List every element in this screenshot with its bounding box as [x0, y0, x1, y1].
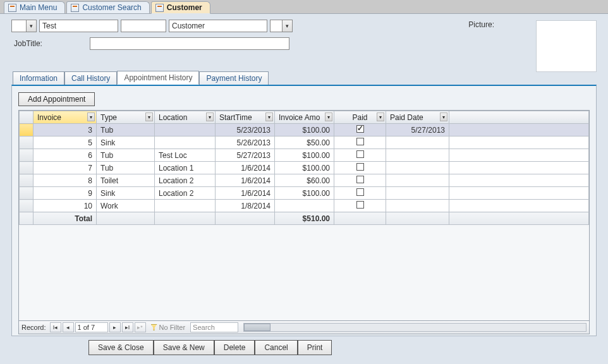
cell-location[interactable]: Location 2 — [155, 187, 216, 200]
col-type[interactable]: Type▾ — [97, 111, 155, 124]
nav-first-button[interactable]: I◂ — [50, 322, 61, 332]
scrollbar-thumb[interactable] — [244, 324, 271, 331]
checkbox-icon[interactable] — [356, 150, 364, 158]
cell-location[interactable]: Location 2 — [155, 174, 216, 187]
cell-paid-date[interactable] — [386, 136, 449, 149]
doc-tab-customer[interactable]: Customer — [151, 1, 210, 14]
suffix-dropdown[interactable]: ▾ — [270, 20, 293, 32]
row-selector[interactable] — [20, 136, 33, 149]
tab-payment-history[interactable]: Payment History — [199, 71, 269, 85]
cell-start-time[interactable]: 1/8/2014 — [216, 200, 275, 212]
row-selector[interactable] — [20, 149, 33, 162]
cell-invoice[interactable]: 3 — [33, 124, 97, 136]
col-invoice-amount[interactable]: Invoice Amo▾ — [275, 111, 334, 124]
add-appointment-button[interactable]: Add Appointment — [18, 92, 95, 106]
col-start-time[interactable]: StartTime▾ — [216, 111, 275, 124]
cell-location[interactable]: Test Loc — [155, 149, 216, 162]
save-new-button[interactable]: Save & New — [154, 340, 214, 355]
horizontal-scrollbar[interactable] — [243, 323, 587, 332]
cell-paid[interactable] — [334, 174, 386, 187]
chevron-down-icon[interactable]: ▾ — [377, 112, 384, 121]
print-button[interactable]: Print — [298, 340, 332, 355]
cell-invoice-amount[interactable]: $100.00 — [275, 124, 334, 136]
chevron-down-icon[interactable]: ▾ — [265, 112, 273, 121]
nav-prev-button[interactable]: ◂ — [63, 322, 74, 332]
row-selector[interactable] — [20, 162, 33, 174]
cell-paid[interactable] — [334, 200, 386, 212]
chevron-down-icon[interactable]: ▾ — [87, 112, 95, 121]
cell-invoice-amount[interactable]: $100.00 — [275, 187, 334, 200]
doc-tab-main-menu[interactable]: Main Menu — [4, 1, 65, 13]
cell-invoice[interactable]: 8 — [33, 174, 97, 187]
cell-start-time[interactable]: 1/6/2014 — [216, 162, 275, 174]
cell-type[interactable]: Sink — [97, 187, 155, 200]
chevron-down-icon[interactable]: ▾ — [145, 112, 153, 121]
table-row[interactable]: 7TubLocation 11/6/2014$100.00 — [20, 162, 589, 174]
doc-tab-customer-search[interactable]: Customer Search — [66, 1, 149, 13]
chevron-down-icon[interactable]: ▾ — [440, 112, 447, 121]
title-dropdown[interactable]: ▾ — [11, 20, 37, 32]
filter-indicator[interactable]: No Filter — [151, 324, 186, 331]
table-row[interactable]: 9SinkLocation 21/6/2014$100.00 — [20, 187, 589, 200]
cell-type[interactable]: Work — [97, 200, 155, 212]
table-row[interactable]: 3Tub5/23/2013$100.005/27/2013 — [20, 124, 589, 136]
cell-paid[interactable] — [334, 162, 386, 174]
nav-last-button[interactable]: ▸I — [122, 322, 133, 332]
table-row[interactable]: 10Work1/8/2014 — [20, 200, 589, 212]
cell-start-time[interactable]: 1/6/2014 — [216, 187, 275, 200]
record-search-input[interactable]: Search — [190, 322, 238, 332]
cell-paid[interactable] — [334, 187, 386, 200]
cell-invoice-amount[interactable]: $50.00 — [275, 136, 334, 149]
cell-type[interactable]: Sink — [97, 136, 155, 149]
cancel-button[interactable]: Cancel — [255, 340, 297, 355]
last-name-input[interactable]: Customer — [169, 20, 267, 32]
row-selector[interactable] — [20, 187, 33, 200]
cell-paid-date[interactable] — [386, 174, 449, 187]
cell-type[interactable]: Tub — [97, 124, 155, 136]
cell-location[interactable] — [155, 124, 216, 136]
cell-start-time[interactable]: 1/6/2014 — [216, 174, 275, 187]
cell-location[interactable]: Location 1 — [155, 162, 216, 174]
cell-location[interactable] — [155, 136, 216, 149]
cell-type[interactable]: Tub — [97, 162, 155, 174]
cell-invoice[interactable]: 5 — [33, 136, 97, 149]
cell-invoice[interactable]: 10 — [33, 200, 97, 212]
chevron-down-icon[interactable]: ▾ — [206, 112, 214, 121]
cell-invoice[interactable]: 7 — [33, 162, 97, 174]
job-title-input[interactable] — [90, 37, 289, 50]
nav-new-button[interactable]: ▸* — [135, 322, 146, 332]
cell-type[interactable]: Toilet — [97, 174, 155, 187]
cell-invoice-amount[interactable]: $100.00 — [275, 149, 334, 162]
cell-location[interactable] — [155, 200, 216, 212]
checkbox-icon[interactable] — [356, 125, 364, 133]
cell-start-time[interactable]: 5/27/2013 — [216, 149, 275, 162]
nav-next-button[interactable]: ▸ — [109, 322, 121, 332]
cell-paid-date[interactable] — [386, 149, 449, 162]
cell-paid-date[interactable] — [386, 187, 449, 200]
cell-type[interactable]: Tub — [97, 149, 155, 162]
record-position-input[interactable]: 1 of 7 — [75, 322, 108, 332]
col-invoice[interactable]: Invoice▾ — [33, 111, 97, 124]
row-selector[interactable] — [20, 174, 33, 187]
picture-box[interactable] — [536, 20, 597, 72]
checkbox-icon[interactable] — [356, 201, 364, 209]
table-row[interactable]: 5Sink5/26/2013$50.00 — [20, 136, 589, 149]
cell-invoice-amount[interactable]: $100.00 — [275, 162, 334, 174]
tab-information[interactable]: Information — [13, 71, 64, 85]
cell-invoice-amount[interactable] — [275, 200, 334, 212]
tab-appointment-history[interactable]: Appointment History — [117, 71, 199, 85]
row-selector[interactable] — [20, 200, 33, 212]
row-selector[interactable] — [20, 124, 33, 136]
table-row[interactable]: 6TubTest Loc5/27/2013$100.00 — [20, 149, 589, 162]
cell-paid-date[interactable] — [386, 200, 449, 212]
col-paid[interactable]: Paid▾ — [334, 111, 386, 124]
cell-paid[interactable] — [334, 149, 386, 162]
cell-paid-date[interactable] — [386, 162, 449, 174]
col-location[interactable]: Location▾ — [155, 111, 216, 124]
checkbox-icon[interactable] — [356, 138, 364, 145]
cell-start-time[interactable]: 5/23/2013 — [216, 124, 275, 136]
first-name-input[interactable]: Test — [39, 20, 118, 32]
col-paid-date[interactable]: Paid Date▾ — [386, 111, 449, 124]
checkbox-icon[interactable] — [356, 188, 364, 196]
checkbox-icon[interactable] — [356, 176, 364, 183]
